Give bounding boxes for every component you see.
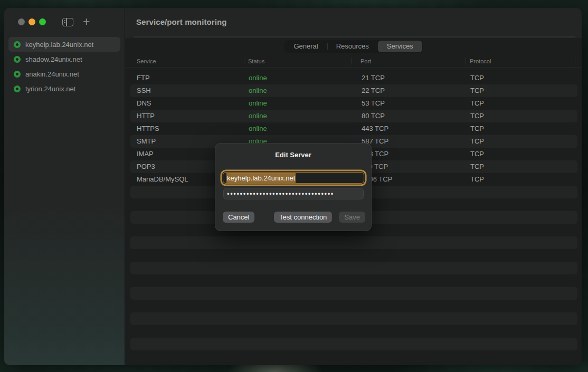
sidebar-toolbar: + (62, 18, 90, 26)
column-separator (466, 58, 466, 64)
table-row-http[interactable]: HTTPonline80 TCPTCP (125, 110, 582, 122)
server-name-label: tyrion.24unix.net (25, 85, 75, 93)
titlebar-main: Service/port monitoring (125, 8, 582, 36)
service-cell: SMTP (137, 135, 156, 148)
protocol-cell: TCP (470, 160, 484, 173)
minimize-window-icon[interactable] (29, 18, 35, 25)
status-cell: online (249, 110, 267, 122)
tab-segmented-control: GeneralResourcesServices (284, 40, 422, 53)
column-separator (352, 58, 352, 64)
service-cell: SSH (137, 84, 151, 97)
server-status-online-icon (14, 71, 21, 78)
status-cell: online (249, 72, 267, 84)
table-row-empty (125, 312, 582, 325)
tab-general[interactable]: General (284, 41, 327, 52)
protocol-cell: TCP (470, 110, 484, 122)
protocol-cell: TCP (470, 84, 484, 97)
column-header-port[interactable]: Port (361, 55, 371, 68)
server-name-label: keyhelp.lab.24unix.net (25, 41, 93, 49)
protocol-cell: TCP (470, 97, 484, 110)
save-button[interactable]: Save (339, 212, 365, 223)
status-cell: online (249, 97, 267, 110)
password-input[interactable]: ••••••••••••••••••••••••••••••••• (223, 188, 364, 199)
column-header-service[interactable]: Service (137, 55, 156, 68)
add-server-icon[interactable]: + (83, 17, 90, 26)
sidebar-item-server-1[interactable]: shadow.24unix.net (8, 52, 120, 66)
table-row-https[interactable]: HTTPSonline443 TCPTCP (125, 122, 582, 135)
dialog-button-row: Cancel Test connection Save (223, 212, 365, 223)
cancel-button[interactable]: Cancel (223, 212, 254, 223)
server-list: keyhelp.lab.24unix.netshadow.24unix.neta… (4, 36, 125, 96)
column-header-protocol[interactable]: Protocol (470, 55, 491, 68)
server-name-label: shadow.24unix.net (25, 55, 82, 63)
server-status-online-icon (14, 85, 21, 92)
close-window-icon[interactable] (18, 18, 25, 25)
service-cell: FTP (137, 72, 150, 84)
table-row-empty (125, 249, 582, 262)
table-row-empty (125, 274, 582, 287)
service-cell: HTTP (137, 110, 155, 122)
zoom-window-icon[interactable] (39, 18, 46, 25)
table-row-empty (125, 325, 582, 338)
server-status-online-icon (14, 41, 21, 48)
tab-toolbar: GeneralResourcesServices (125, 38, 582, 55)
table-row-empty (125, 338, 582, 350)
table-row-empty (125, 300, 582, 312)
sidebar: + keyhelp.lab.24unix.netshadow.24unix.ne… (4, 8, 125, 365)
port-cell: 80 TCP (362, 110, 385, 122)
table-row-empty (125, 262, 582, 274)
service-cell: IMAP (137, 148, 154, 160)
status-cell: online (249, 122, 267, 135)
table-row-empty (125, 287, 582, 300)
protocol-cell: TCP (470, 122, 484, 135)
table-row-ftp[interactable]: FTPonline21 TCPTCP (125, 72, 582, 84)
column-separator (244, 58, 244, 64)
port-cell: 22 TCP (362, 84, 385, 97)
titlebar-left: + (4, 8, 125, 36)
header-border (125, 67, 582, 68)
server-status-online-icon (14, 56, 21, 63)
sidebar-item-server-3[interactable]: tyrion.24unix.net (8, 81, 120, 96)
sidebar-item-server-0[interactable]: keyhelp.lab.24unix.net (8, 37, 120, 52)
port-cell: 53 TCP (362, 97, 385, 110)
service-cell: HTTPS (137, 122, 159, 135)
tab-resources[interactable]: Resources (327, 41, 378, 52)
protocol-cell: TCP (470, 173, 484, 186)
port-cell: 443 TCP (362, 122, 388, 135)
service-cell: POP3 (137, 160, 155, 173)
service-cell: MariaDB/MySQL (137, 173, 188, 186)
sidebar-item-server-2[interactable]: anakin.24unix.net (8, 66, 120, 81)
protocol-cell: TCP (470, 148, 484, 160)
dialog-title: Edit Server (215, 151, 372, 159)
column-header-status[interactable]: Status (248, 55, 264, 68)
port-cell: 21 TCP (362, 72, 385, 84)
page-title: Service/port monitoring (136, 17, 227, 26)
password-masked-text: ••••••••••••••••••••••••••••••••• (227, 190, 334, 198)
protocol-cell: TCP (470, 135, 484, 148)
server-name-label: anakin.24unix.net (25, 70, 79, 78)
host-input[interactable]: keyhelp.lab.24unix.net (223, 172, 364, 184)
toggle-sidebar-icon[interactable] (62, 18, 73, 26)
table-row-dns[interactable]: DNSonline53 TCPTCP (125, 97, 582, 110)
service-cell: DNS (137, 97, 151, 110)
status-cell: online (249, 84, 267, 97)
edit-server-dialog: Edit Server keyhelp.lab.24unix.net •••••… (215, 143, 372, 231)
column-separator (575, 58, 575, 64)
table-row-ssh[interactable]: SSHonline22 TCPTCP (125, 84, 582, 97)
tab-services[interactable]: Services (378, 41, 422, 52)
desktop-wallpaper: + keyhelp.lab.24unix.netshadow.24unix.ne… (0, 0, 588, 372)
host-input-selected-text: keyhelp.lab.24unix.net (226, 173, 296, 183)
protocol-cell: TCP (470, 72, 484, 84)
table-row-empty (125, 236, 582, 249)
table-header: Service Status Port Protocol (125, 55, 582, 68)
test-connection-button[interactable]: Test connection (274, 212, 332, 223)
